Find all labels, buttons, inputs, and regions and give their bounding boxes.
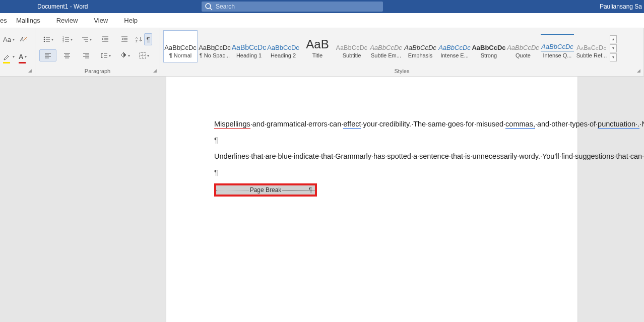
title-bar: Document1 - Word Pauliansang Sa bbox=[0, 0, 644, 13]
style-heading-2[interactable]: AaBbCcDcHeading 2 bbox=[266, 30, 300, 62]
font-group-label: ◢ bbox=[0, 68, 35, 76]
page-break-highlight[interactable]: Page Break ¶ bbox=[214, 183, 317, 197]
svg-line-1 bbox=[210, 8, 212, 10]
decrease-indent-button[interactable] bbox=[97, 33, 114, 45]
document-canvas[interactable]: Mispellings·and·grammatical·errors·can·e… bbox=[0, 77, 644, 322]
style-strong[interactable]: AaBbCcDcStrong bbox=[472, 30, 506, 62]
font-color-button[interactable]: A▾ bbox=[19, 51, 27, 62]
show-hide-formatting-button[interactable]: ¶ bbox=[144, 33, 152, 45]
clear-formatting-button[interactable]: A bbox=[19, 34, 30, 45]
styles-group-label: Styles ◢ bbox=[160, 68, 643, 76]
align-right-button[interactable] bbox=[78, 49, 95, 61]
style--normal[interactable]: AaBbCcDc¶ Normal bbox=[163, 30, 198, 62]
styles-dialog-launcher[interactable]: ◢ bbox=[635, 68, 641, 74]
style-subtitle[interactable]: AaBbCcDcSubtitle bbox=[335, 30, 369, 62]
user-name[interactable]: Pauliansang Sa bbox=[600, 3, 642, 10]
sort-button[interactable]: AZ bbox=[135, 35, 143, 43]
style-subtle-ref-[interactable]: AaBbCcDcSubtle Ref... bbox=[574, 30, 609, 62]
line-spacing-button[interactable]: ▾ bbox=[97, 49, 114, 61]
multilevel-list-button[interactable]: ▾ bbox=[78, 33, 95, 45]
bullets-button[interactable]: ▾ bbox=[39, 33, 56, 45]
paragraph-2-empty[interactable]: ¶ bbox=[214, 135, 530, 145]
style-subtle-em-[interactable]: AaBbCcDcSubtle Em... bbox=[369, 30, 403, 62]
font-group: Aa▾ A ▾ A▾ ◢ bbox=[0, 28, 35, 76]
tab-mailings[interactable]: Mailings bbox=[8, 13, 48, 28]
tab-view[interactable]: View bbox=[86, 13, 116, 28]
svg-point-0 bbox=[206, 4, 211, 9]
style-title[interactable]: AaBTitle bbox=[300, 30, 335, 62]
menubar: es Mailings Review View Help bbox=[0, 13, 644, 28]
style--no-spac-[interactable]: AaBbCcDc¶ No Spac... bbox=[198, 30, 232, 62]
styles-row-up[interactable]: ▴ bbox=[610, 35, 617, 43]
paragraph-4-empty[interactable]: ¶ bbox=[214, 167, 530, 177]
page-break-label: Page Break bbox=[249, 186, 283, 194]
svg-text:A: A bbox=[20, 36, 24, 42]
font-dialog-launcher[interactable]: ◢ bbox=[27, 68, 33, 74]
borders-button[interactable]: ▾ bbox=[135, 49, 152, 61]
paragraph-group: ▾ 123▾ ▾ AZ ¶ ▾ ▾ ▾ Paragraph ◢ bbox=[35, 28, 160, 76]
style-intense-e-[interactable]: AaBbCcDcIntense E... bbox=[437, 30, 472, 62]
align-center-button[interactable] bbox=[58, 49, 76, 61]
tab-review[interactable]: Review bbox=[48, 13, 86, 28]
styles-row-down[interactable]: ▾ bbox=[610, 44, 617, 52]
svg-text:A: A bbox=[136, 36, 138, 39]
text-highlight-button[interactable]: ▾ bbox=[3, 51, 15, 62]
shading-button[interactable]: ▾ bbox=[116, 49, 133, 61]
numbering-button[interactable]: 123▾ bbox=[58, 33, 76, 45]
style-emphasis[interactable]: AaBbCcDcEmphasis bbox=[403, 30, 437, 62]
svg-point-3 bbox=[43, 37, 45, 38]
page-1[interactable]: Mispellings·and·grammatical·errors·can·e… bbox=[166, 77, 577, 322]
search-box[interactable] bbox=[202, 2, 383, 12]
style-heading-1[interactable]: AaBbCcDcHeading 1 bbox=[232, 30, 266, 62]
ribbon: Aa▾ A ▾ A▾ ◢ ▾ 123▾ ▾ AZ ¶ ▾ ▾ ▾ bbox=[0, 28, 644, 77]
styles-expand[interactable]: ▾ bbox=[610, 53, 617, 61]
window-title: Document1 - Word bbox=[37, 3, 88, 10]
svg-text:3: 3 bbox=[62, 40, 64, 43]
style-intense-q-[interactable]: AaBbCcDcIntense Q... bbox=[540, 30, 574, 62]
paragraph-3[interactable]: Underlines·that·are·blue·indicate·that·G… bbox=[214, 151, 530, 161]
change-case-button[interactable]: Aa▾ bbox=[3, 34, 15, 45]
paragraph-dialog-launcher[interactable]: ◢ bbox=[152, 68, 158, 74]
paragraph-1[interactable]: Mispellings·and·grammatical·errors·can·e… bbox=[214, 119, 530, 129]
styles-group: AaBbCcDc¶ NormalAaBbCcDc¶ No Spac...AaBb… bbox=[160, 28, 644, 76]
style-quote[interactable]: AaBbCcDcQuote bbox=[506, 30, 540, 62]
svg-text:Z: Z bbox=[136, 40, 138, 43]
tab-references-cut[interactable]: es bbox=[0, 13, 8, 28]
paragraph-group-label: Paragraph ◢ bbox=[35, 68, 160, 76]
search-input[interactable] bbox=[216, 3, 380, 10]
svg-point-4 bbox=[43, 39, 45, 40]
tab-help[interactable]: Help bbox=[116, 13, 146, 28]
increase-indent-button[interactable] bbox=[116, 33, 133, 45]
document-body[interactable]: Mispellings·and·grammatical·errors·can·e… bbox=[214, 119, 530, 197]
search-icon bbox=[205, 3, 213, 11]
align-left-button[interactable] bbox=[39, 49, 56, 61]
svg-point-5 bbox=[43, 41, 45, 42]
